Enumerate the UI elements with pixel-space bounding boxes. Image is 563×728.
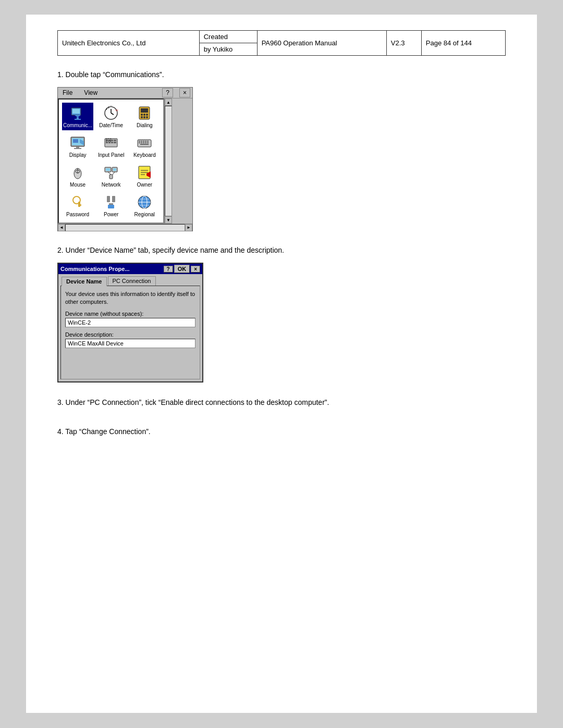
tab-device-name[interactable]: Device Name bbox=[62, 277, 107, 286]
svg-rect-24 bbox=[73, 139, 78, 143]
mouse-icon bbox=[69, 164, 86, 181]
svg-point-16 bbox=[146, 114, 148, 116]
menu-close[interactable]: × bbox=[179, 88, 190, 97]
svg-point-17 bbox=[141, 116, 143, 118]
comm-ok-btn[interactable]: OK bbox=[174, 265, 190, 273]
svg-rect-41 bbox=[147, 141, 149, 142]
svg-line-56 bbox=[108, 172, 111, 175]
header-created-by: by Yukiko bbox=[199, 43, 257, 56]
cp-item-dialing[interactable]: Dialing bbox=[129, 103, 160, 130]
svg-line-57 bbox=[113, 172, 115, 175]
scroll-track[interactable] bbox=[165, 106, 172, 216]
cp-item-power[interactable]: Power bbox=[95, 192, 127, 219]
cp-item-regional-label: Regional bbox=[134, 212, 155, 217]
svg-rect-46 bbox=[147, 142, 149, 143]
cp-item-password[interactable]: Password bbox=[62, 192, 93, 219]
svg-rect-37 bbox=[139, 141, 140, 142]
vertical-scrollbar[interactable]: ▲ ▼ bbox=[164, 98, 172, 224]
cp-item-network-label: Network bbox=[102, 182, 121, 188]
power-icon bbox=[103, 194, 119, 211]
keyboard-icon bbox=[136, 134, 153, 151]
display-icon bbox=[69, 134, 86, 151]
comm-close-btn[interactable]: × bbox=[191, 266, 200, 273]
cp-item-display-label: Display bbox=[69, 152, 87, 158]
svg-rect-22 bbox=[76, 146, 79, 148]
menu-file[interactable]: File bbox=[60, 88, 75, 97]
menu-view[interactable]: View bbox=[81, 88, 100, 97]
step1-text: 1. Double tap “Communications”. bbox=[57, 70, 506, 79]
svg-rect-11 bbox=[110, 106, 112, 107]
svg-text:2: 2 bbox=[108, 106, 109, 109]
svg-rect-66 bbox=[107, 196, 110, 202]
menu-question[interactable]: ? bbox=[162, 88, 173, 97]
svg-rect-39 bbox=[143, 141, 144, 142]
cp-item-owner[interactable]: Owner bbox=[129, 162, 160, 190]
cp-item-keyboard[interactable]: Keyboard bbox=[129, 132, 160, 160]
cp-item-communications-label: Communic... bbox=[63, 122, 92, 128]
svg-text:1: 1 bbox=[106, 107, 107, 110]
cp-item-regional[interactable]: Regional bbox=[129, 192, 160, 219]
cp-item-inputpanel[interactable]: D F G C V B Input Panel bbox=[95, 132, 127, 160]
cp-item-datetime-label: Date/Time bbox=[99, 122, 123, 128]
device-name-input[interactable] bbox=[65, 318, 195, 327]
comm-title: Communications Prope... bbox=[60, 266, 130, 272]
device-name-label: Device name (without spaces): bbox=[65, 311, 195, 317]
comm-props-window: Communications Prope... ? OK × Device Na… bbox=[57, 263, 203, 382]
svg-rect-47 bbox=[140, 144, 149, 145]
scroll-right-btn[interactable]: ► bbox=[185, 224, 192, 231]
comm-titlebar: Communications Prope... ? OK × bbox=[58, 264, 202, 274]
control-panel-content: Communic... 1 2 1:2 D bbox=[58, 98, 164, 224]
svg-rect-32 bbox=[111, 142, 113, 143]
svg-rect-42 bbox=[139, 142, 140, 143]
communications-icon bbox=[69, 105, 86, 121]
step3-text: 3. Under “PC Connection”, tick “Enable d… bbox=[57, 398, 506, 406]
cp-item-mouse[interactable]: Mouse bbox=[62, 162, 93, 190]
network-icon bbox=[103, 164, 119, 181]
cp-item-mouse-label: Mouse bbox=[70, 182, 85, 188]
scroll-left-btn[interactable]: ◄ bbox=[58, 224, 65, 231]
datetime-icon: 1 2 1:2 bbox=[103, 105, 119, 121]
header-created-label: Created bbox=[199, 31, 257, 43]
dialing-icon bbox=[136, 105, 153, 121]
svg-rect-65 bbox=[78, 204, 81, 206]
cp-item-communications[interactable]: Communic... bbox=[62, 103, 93, 130]
svg-rect-1 bbox=[72, 109, 80, 114]
cp-item-display[interactable]: Display bbox=[62, 132, 93, 160]
scroll-h-track[interactable] bbox=[65, 224, 185, 231]
cp-item-network[interactable]: Network bbox=[95, 162, 127, 190]
svg-rect-44 bbox=[143, 142, 144, 143]
cp-item-inputpanel-label: Input Panel bbox=[98, 152, 125, 158]
svg-point-15 bbox=[143, 114, 145, 116]
svg-rect-38 bbox=[141, 141, 142, 142]
device-desc-input[interactable] bbox=[65, 339, 195, 348]
scroll-down-btn[interactable]: ▼ bbox=[165, 216, 172, 224]
svg-text:C V B: C V B bbox=[106, 140, 112, 142]
inputpanel-icon: D F G C V B bbox=[103, 134, 119, 151]
comm-question-btn[interactable]: ? bbox=[164, 266, 173, 273]
svg-rect-52 bbox=[106, 168, 110, 171]
window-layout: Communic... 1 2 1:2 D bbox=[58, 98, 192, 224]
scroll-up-btn[interactable]: ▲ bbox=[165, 98, 172, 106]
cp-item-power-label: Power bbox=[104, 212, 118, 217]
menu-bar: File View ? × bbox=[58, 88, 192, 98]
svg-rect-45 bbox=[145, 142, 146, 143]
comm-body: Your device uses this information to ide… bbox=[60, 286, 200, 379]
password-icon bbox=[69, 194, 86, 211]
header-page: Page 84 of 144 bbox=[421, 31, 505, 56]
device-desc-label: Device description: bbox=[65, 331, 195, 338]
control-panel-window: File View ? × bbox=[57, 87, 193, 231]
titlebar-buttons: ? OK × bbox=[164, 265, 200, 273]
tab-pc-connection[interactable]: PC Connection bbox=[108, 276, 156, 286]
svg-rect-54 bbox=[113, 168, 116, 171]
svg-rect-13 bbox=[141, 108, 148, 113]
cp-item-datetime[interactable]: 1 2 1:2 Date/Time bbox=[95, 103, 127, 130]
horizontal-scrollbar[interactable]: ◄ ► bbox=[58, 224, 192, 231]
step2-text: 2. Under “Device Name” tab, specify devi… bbox=[57, 246, 506, 254]
svg-rect-40 bbox=[145, 141, 146, 142]
comm-tabs: Device Name PC Connection bbox=[58, 274, 202, 286]
svg-point-19 bbox=[146, 116, 148, 118]
svg-rect-67 bbox=[112, 196, 115, 202]
cp-item-password-label: Password bbox=[66, 212, 89, 217]
svg-rect-55 bbox=[109, 175, 113, 179]
step4-text: 4. Tap “Change Connection”. bbox=[57, 427, 506, 436]
